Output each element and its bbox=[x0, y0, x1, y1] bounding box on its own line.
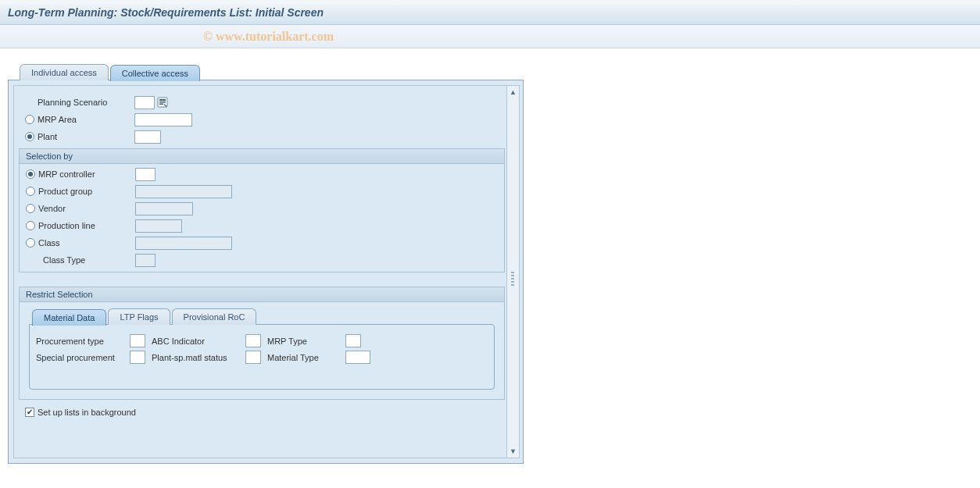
radio-production-line[interactable] bbox=[26, 221, 35, 230]
radio-plant[interactable] bbox=[25, 132, 34, 141]
input-product-group[interactable] bbox=[135, 185, 232, 198]
inner-tabstrip: Material Data LTP Flags Provisional RoC bbox=[32, 308, 504, 325]
svg-rect-3 bbox=[159, 104, 163, 105]
input-class[interactable] bbox=[135, 237, 232, 250]
tab-individual-access[interactable]: Individual access bbox=[20, 64, 109, 80]
input-mrp-controller[interactable] bbox=[135, 168, 156, 181]
label-vendor: Vendor bbox=[38, 204, 66, 213]
inner-panel-material-data: Procurement type ABC Indicator MRP Type … bbox=[29, 324, 495, 390]
svg-rect-2 bbox=[159, 102, 166, 103]
tab-label: Individual access bbox=[31, 68, 97, 77]
input-plant-sp-status[interactable] bbox=[245, 351, 261, 364]
tab-ltp-flags[interactable]: LTP Flags bbox=[108, 308, 170, 325]
scroll-up-icon[interactable]: ▲ bbox=[507, 86, 520, 98]
vertical-scrollbar[interactable]: ▲ ▼ bbox=[506, 86, 519, 458]
tab-label: LTP Flags bbox=[120, 312, 158, 322]
group-restrict-selection: Restrict Selection Material Data LTP Fla… bbox=[19, 287, 505, 400]
tab-collective-access[interactable]: Collective access bbox=[110, 65, 200, 81]
tab-material-data[interactable]: Material Data bbox=[32, 309, 106, 326]
scroll-grip-icon[interactable] bbox=[511, 272, 514, 287]
checkbox-setup-lists[interactable]: ✔ bbox=[25, 408, 34, 417]
label-product-group: Product group bbox=[38, 187, 92, 196]
group-header-selection: Selection by bbox=[20, 149, 504, 164]
label-class: Class bbox=[38, 238, 60, 248]
input-planning-scenario[interactable] bbox=[134, 96, 155, 109]
scroll-down-icon[interactable]: ▼ bbox=[507, 445, 520, 458]
radio-vendor[interactable] bbox=[26, 204, 35, 213]
input-class-type[interactable] bbox=[135, 254, 156, 267]
tab-label: Collective access bbox=[122, 69, 188, 78]
label-setup-lists: Set up lists in background bbox=[38, 408, 136, 417]
label-plant: Plant bbox=[38, 132, 57, 141]
radio-mrp-controller[interactable] bbox=[26, 169, 35, 179]
scroll-pane: Planning Scenario MRP Area bbox=[13, 85, 520, 458]
label-plant-sp-status: Plant-sp.matl status bbox=[152, 353, 245, 362]
label-mrp-controller: MRP controller bbox=[38, 169, 95, 179]
label-abc-indicator: ABC Indicator bbox=[152, 337, 245, 346]
label-procurement-type: Procurement type bbox=[36, 337, 130, 346]
tab-provisional-roc[interactable]: Provisional RoC bbox=[172, 308, 257, 325]
input-production-line[interactable] bbox=[135, 219, 182, 233]
label-special-procurement: Special procurement bbox=[36, 353, 130, 362]
label-production-line: Production line bbox=[38, 221, 95, 230]
tab-label: Provisional RoC bbox=[184, 312, 245, 322]
input-material-type[interactable] bbox=[345, 351, 370, 364]
label-class-type: Class Type bbox=[43, 255, 85, 265]
input-special-procurement[interactable] bbox=[130, 351, 145, 364]
input-vendor[interactable] bbox=[135, 202, 193, 216]
label-mrp-area: MRP Area bbox=[38, 115, 77, 124]
page-title: Long-Term Planning: Stock/Requirements L… bbox=[8, 6, 324, 19]
radio-product-group[interactable] bbox=[26, 187, 35, 196]
group-selection-by: Selection by MRP controller Product grou… bbox=[19, 148, 505, 272]
search-help-icon[interactable] bbox=[156, 96, 169, 109]
radio-class[interactable] bbox=[26, 238, 35, 248]
input-mrp-area[interactable] bbox=[134, 113, 192, 126]
main-panel: Planning Scenario MRP Area bbox=[8, 80, 524, 464]
radio-mrp-area[interactable] bbox=[25, 115, 34, 124]
footer-row: ✔ Set up lists in background bbox=[19, 404, 505, 420]
tab-label: Material Data bbox=[44, 313, 95, 322]
titlebar: Long-Term Planning: Stock/Requirements L… bbox=[0, 0, 980, 25]
group-header-restrict: Restrict Selection bbox=[20, 287, 504, 302]
input-procurement-type[interactable] bbox=[130, 334, 145, 347]
label-material-type: Material Type bbox=[267, 353, 345, 362]
input-abc-indicator[interactable] bbox=[245, 334, 261, 347]
label-planning-scenario: Planning Scenario bbox=[38, 98, 107, 107]
input-mrp-type[interactable] bbox=[345, 334, 361, 347]
svg-rect-1 bbox=[159, 99, 166, 101]
label-mrp-type: MRP Type bbox=[267, 337, 345, 346]
app-toolbar bbox=[0, 25, 980, 48]
outer-tabstrip: Individual access Collective access bbox=[20, 64, 980, 80]
input-plant[interactable] bbox=[134, 130, 161, 144]
